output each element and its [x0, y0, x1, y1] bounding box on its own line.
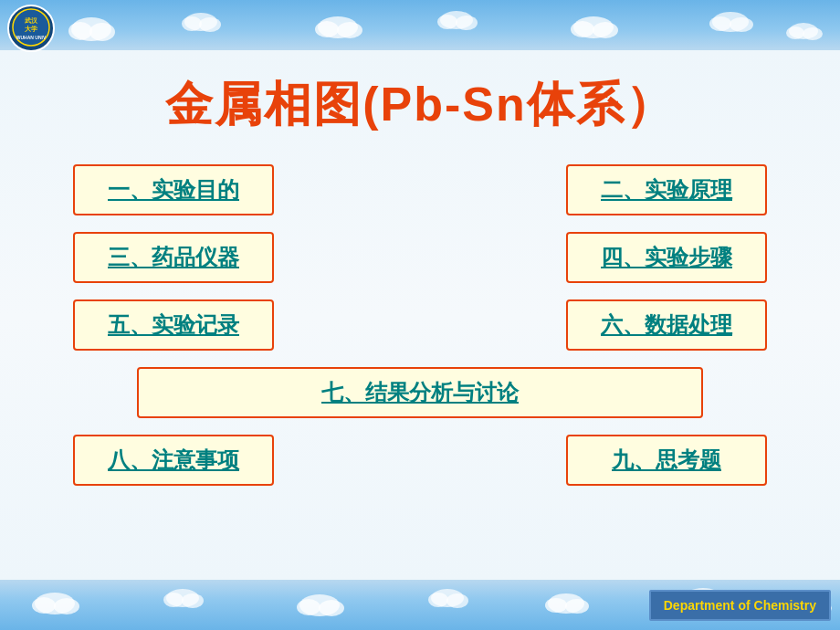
svg-point-4 [182, 16, 202, 31]
svg-point-1 [68, 22, 92, 40]
menu-row-5: 八、注意事项 九、思考题 [73, 435, 767, 486]
svg-point-20 [803, 27, 823, 40]
department-badge: Department of Chemistry [649, 590, 831, 621]
menu-row-2: 三、药品仪器 四、实验步骤 [73, 232, 767, 283]
university-logo: 武汉 大学 WUHAN UNIV [7, 5, 55, 52]
page-title: 金属相图(Pb-Sn体系） [165, 73, 675, 137]
svg-point-35 [565, 599, 589, 614]
svg-text:WUHAN UNIV: WUHAN UNIV [16, 35, 47, 40]
svg-point-13 [571, 21, 594, 37]
menu-item-one[interactable]: 一、实验目的 [73, 164, 274, 215]
menu-item-nine[interactable]: 九、思考题 [566, 435, 767, 486]
svg-point-14 [593, 22, 618, 38]
menu-item-seven[interactable]: 七、结果分析与讨论 [137, 367, 703, 418]
menu-item-three[interactable]: 三、药品仪器 [73, 232, 274, 283]
menu-item-six[interactable]: 六、数据处理 [566, 299, 767, 351]
svg-point-11 [456, 16, 478, 30]
menu-item-eight[interactable]: 八、注意事项 [73, 435, 274, 486]
svg-point-25 [163, 593, 184, 607]
svg-point-31 [428, 593, 448, 607]
clouds-top [0, 2, 840, 52]
menu-item-four[interactable]: 四、实验步骤 [566, 232, 767, 283]
department-label: Department of Chemistry [664, 598, 816, 613]
main-content: 金属相图(Pb-Sn体系） 一、实验目的 二、实验原理 三、药品仪器 四、实验步… [0, 50, 840, 580]
svg-point-22 [32, 597, 56, 614]
svg-point-19 [786, 26, 804, 39]
svg-text:大学: 大学 [24, 25, 37, 32]
svg-point-10 [437, 15, 457, 29]
svg-point-17 [730, 17, 753, 32]
svg-point-8 [337, 22, 362, 38]
menu-row-3: 五、实验记录 六、数据处理 [73, 299, 767, 351]
svg-point-2 [89, 23, 115, 41]
svg-point-5 [199, 17, 221, 32]
svg-point-16 [709, 16, 731, 31]
svg-point-29 [319, 600, 344, 616]
svg-point-32 [446, 593, 468, 608]
svg-text:武汉: 武汉 [25, 16, 38, 24]
logo-text: 武汉 大学 WUHAN UNIV [12, 8, 50, 49]
menu-item-five[interactable]: 五、实验记录 [73, 299, 274, 351]
svg-point-28 [297, 599, 320, 615]
svg-point-23 [54, 598, 79, 614]
svg-point-26 [182, 593, 204, 608]
menu-item-two[interactable]: 二、实验原理 [566, 164, 767, 215]
svg-point-34 [545, 598, 567, 613]
svg-point-7 [315, 21, 339, 37]
menu-row-4: 七、结果分析与讨论 [73, 367, 767, 418]
menu-grid: 一、实验目的 二、实验原理 三、药品仪器 四、实验步骤 五、实验记录 六、数据处… [73, 164, 767, 486]
menu-row-1: 一、实验目的 二、实验原理 [73, 164, 767, 215]
